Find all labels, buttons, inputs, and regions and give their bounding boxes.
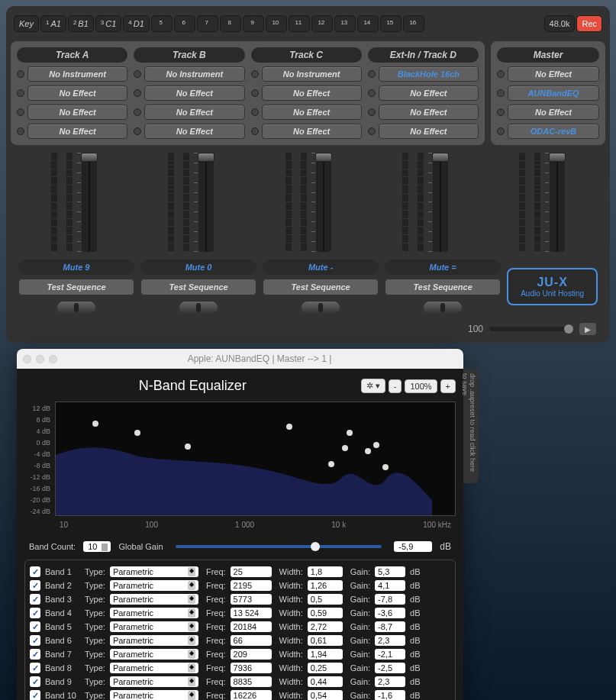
global-gain-slider[interactable] bbox=[176, 545, 382, 548]
eq-band-point[interactable] bbox=[286, 424, 292, 430]
key-slot-9[interactable]: 9 bbox=[243, 15, 264, 32]
band-type-6[interactable]: Parametric◆ bbox=[110, 649, 198, 660]
band-gain-1[interactable]: 4,1 bbox=[375, 580, 405, 591]
key-slot-8[interactable]: 8 bbox=[220, 15, 241, 32]
key-slot-6[interactable]: 6 bbox=[174, 15, 195, 32]
band-type-7[interactable]: Parametric◆ bbox=[110, 663, 198, 673]
fader-1[interactable] bbox=[198, 153, 214, 252]
band-enable-1[interactable]: ✓ bbox=[30, 580, 40, 591]
band-gain-0[interactable]: 5,3 bbox=[375, 566, 405, 577]
pan-c[interactable] bbox=[263, 302, 379, 314]
eq-band-point[interactable] bbox=[328, 461, 334, 467]
key-slot-2[interactable]: 2B1 bbox=[68, 15, 94, 32]
band-width-1[interactable]: 1,26 bbox=[308, 580, 343, 591]
eq-band-point[interactable] bbox=[382, 464, 389, 470]
eq-band-point[interactable] bbox=[92, 421, 98, 427]
zoom-out-button[interactable]: - bbox=[389, 379, 402, 393]
fx-slot-2-2[interactable]: No Effect bbox=[262, 124, 362, 139]
fx-slot-1-2[interactable]: No Effect bbox=[144, 124, 244, 139]
fx-slot-2-0[interactable]: No Effect bbox=[262, 85, 362, 101]
fx-slot-1-0[interactable]: No Effect bbox=[144, 85, 244, 101]
logo-box[interactable]: JU‑X Audio Unit Hosting bbox=[507, 268, 598, 305]
band-enable-0[interactable]: ✓ bbox=[30, 566, 40, 577]
zoom-in-button[interactable]: + bbox=[440, 379, 456, 393]
key-slot-10[interactable]: 10 bbox=[266, 15, 287, 32]
band-freq-5[interactable]: 66 bbox=[231, 635, 272, 646]
test-seq-a[interactable]: Test Sequence bbox=[18, 279, 134, 295]
fx-slot-0-2[interactable]: No Effect bbox=[27, 124, 127, 139]
master-slot-3[interactable]: ODAC-revB bbox=[508, 124, 599, 139]
band-gain-3[interactable]: -3,6 bbox=[375, 608, 405, 618]
band-type-8[interactable]: Parametric◆ bbox=[110, 676, 198, 687]
record-button[interactable]: Rec bbox=[576, 15, 602, 32]
fader-3[interactable] bbox=[433, 153, 448, 252]
band-freq-8[interactable]: 8835 bbox=[231, 676, 272, 687]
band-width-7[interactable]: 0,25 bbox=[308, 663, 343, 673]
band-width-3[interactable]: 0,59 bbox=[308, 608, 343, 618]
band-enable-3[interactable]: ✓ bbox=[30, 608, 40, 618]
key-slot-4[interactable]: 4D1 bbox=[123, 15, 150, 32]
gear-icon[interactable]: ✲ ▾ bbox=[361, 379, 385, 393]
master-slot-0[interactable]: No Effect bbox=[508, 66, 599, 82]
band-freq-1[interactable]: 2195 bbox=[231, 580, 272, 591]
test-seq-b[interactable]: Test Sequence bbox=[140, 279, 256, 295]
band-freq-9[interactable]: 16226 bbox=[231, 690, 272, 700]
band-freq-3[interactable]: 13 524 bbox=[231, 608, 272, 618]
master-slot-1[interactable]: AUNBandEQ bbox=[508, 85, 599, 101]
eq-band-point[interactable] bbox=[373, 442, 379, 448]
mute-c[interactable]: Mute - bbox=[263, 260, 379, 275]
fx-slot-1-1[interactable]: No Effect bbox=[144, 105, 244, 120]
band-gain-8[interactable]: 2,3 bbox=[375, 676, 405, 687]
fader-4[interactable] bbox=[550, 153, 565, 252]
band-enable-2[interactable]: ✓ bbox=[30, 594, 40, 605]
fx-slot-2-1[interactable]: No Effect bbox=[262, 105, 362, 120]
band-gain-7[interactable]: -2,5 bbox=[375, 663, 405, 673]
band-freq-4[interactable]: 20184 bbox=[231, 621, 272, 632]
sample-rate[interactable]: 48.0k bbox=[544, 15, 576, 32]
preset-drop-tab[interactable]: drop .aupreset to read click here to sav… bbox=[463, 369, 479, 483]
eq-band-point[interactable] bbox=[134, 430, 140, 436]
minimize-icon[interactable] bbox=[36, 355, 44, 363]
band-freq-6[interactable]: 209 bbox=[231, 649, 272, 660]
instrument-slot-0[interactable]: No Instrument bbox=[27, 66, 127, 82]
eq-band-point[interactable] bbox=[365, 448, 371, 454]
band-freq-0[interactable]: 25 bbox=[231, 566, 272, 577]
band-freq-7[interactable]: 7936 bbox=[231, 663, 272, 673]
play-button[interactable]: ▶ bbox=[579, 323, 596, 335]
band-width-8[interactable]: 0,44 bbox=[308, 676, 343, 687]
band-gain-6[interactable]: -2,1 bbox=[375, 649, 405, 660]
titlebar[interactable]: Apple: AUNBandEQ | Master --> 1 | bbox=[17, 349, 463, 369]
mute-b[interactable]: Mute 0 bbox=[140, 260, 256, 275]
test-seq-d[interactable]: Test Sequence bbox=[385, 279, 501, 295]
mute-d[interactable]: Mute = bbox=[385, 260, 501, 275]
band-type-5[interactable]: Parametric◆ bbox=[110, 635, 198, 646]
key-slot-13[interactable]: 13 bbox=[334, 15, 356, 32]
eq-band-point[interactable] bbox=[342, 445, 348, 451]
key-slot-11[interactable]: 11 bbox=[289, 15, 310, 32]
pan-b[interactable] bbox=[140, 302, 256, 314]
key-slot-3[interactable]: 3C1 bbox=[95, 15, 122, 32]
band-freq-2[interactable]: 5773 bbox=[231, 594, 272, 605]
key-slot-12[interactable]: 12 bbox=[311, 15, 333, 32]
band-type-4[interactable]: Parametric◆ bbox=[110, 621, 198, 632]
band-type-2[interactable]: Parametric◆ bbox=[110, 594, 198, 605]
band-enable-6[interactable]: ✓ bbox=[30, 649, 40, 660]
band-width-9[interactable]: 0,54 bbox=[308, 690, 343, 700]
key-slot-14[interactable]: 14 bbox=[357, 15, 379, 32]
key-button[interactable]: Key bbox=[14, 15, 39, 32]
band-count-select[interactable]: 10 bbox=[83, 541, 111, 552]
fx-slot-3-0[interactable]: No Effect bbox=[379, 85, 479, 101]
fx-slot-0-0[interactable]: No Effect bbox=[27, 85, 127, 101]
key-slot-5[interactable]: 5 bbox=[151, 15, 173, 32]
fader-0[interactable] bbox=[82, 153, 97, 252]
key-slot-7[interactable]: 7 bbox=[197, 15, 218, 32]
playback-slider[interactable] bbox=[489, 327, 573, 331]
pan-d[interactable] bbox=[385, 302, 501, 314]
instrument-slot-3[interactable]: BlackHole 16ch bbox=[379, 66, 479, 82]
master-slot-2[interactable]: No Effect bbox=[508, 105, 599, 120]
band-width-0[interactable]: 1,8 bbox=[308, 566, 343, 577]
band-type-9[interactable]: Parametric◆ bbox=[110, 690, 198, 700]
band-width-4[interactable]: 2,72 bbox=[308, 621, 343, 632]
zoom-icon[interactable] bbox=[49, 355, 57, 363]
band-width-2[interactable]: 0,5 bbox=[308, 594, 343, 605]
